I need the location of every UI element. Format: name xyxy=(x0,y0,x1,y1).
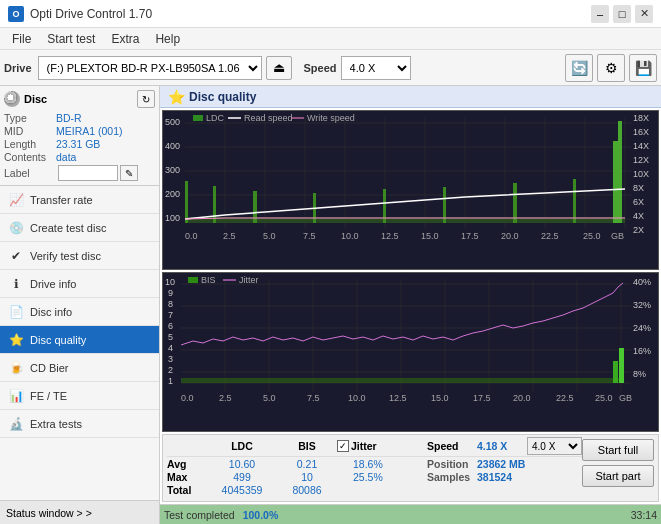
svg-text:10: 10 xyxy=(165,277,175,287)
svg-rect-37 xyxy=(513,183,517,223)
sidebar-item-extra-tests[interactable]: 🔬 Extra tests xyxy=(0,410,159,438)
type-value: BD-R xyxy=(56,112,82,124)
svg-text:GB: GB xyxy=(619,393,632,403)
disc-section-label: Disc xyxy=(24,93,47,105)
total-bis: 80086 xyxy=(277,484,337,496)
sidebar-item-verify-test-disc[interactable]: ✔ Verify test disc xyxy=(0,242,159,270)
minimize-button[interactable]: – xyxy=(591,5,609,23)
drive-info-label: Drive info xyxy=(30,278,76,290)
svg-text:10X: 10X xyxy=(633,169,649,179)
sidebar-item-transfer-rate[interactable]: 📈 Transfer rate xyxy=(0,186,159,214)
svg-text:7: 7 xyxy=(168,310,173,320)
menu-bar: File Start test Extra Help xyxy=(0,28,661,50)
maximize-button[interactable]: □ xyxy=(613,5,631,23)
sidebar-item-disc-info[interactable]: 📄 Disc info xyxy=(0,298,159,326)
toolbar: Drive (F:) PLEXTOR BD-R PX-LB950SA 1.06 … xyxy=(0,50,661,86)
transfer-rate-icon: 📈 xyxy=(8,192,24,208)
menu-extra[interactable]: Extra xyxy=(103,30,147,48)
sidebar-item-disc-quality[interactable]: ⭐ Disc quality xyxy=(0,326,159,354)
svg-text:9: 9 xyxy=(168,288,173,298)
jitter-checkbox[interactable]: ✓ xyxy=(337,440,349,452)
start-full-button[interactable]: Start full xyxy=(582,439,654,461)
contents-value: data xyxy=(56,151,76,163)
svg-text:Write speed: Write speed xyxy=(307,113,355,123)
disc-quality-header: ⭐ Disc quality xyxy=(160,86,661,108)
start-part-button[interactable]: Start part xyxy=(582,465,654,487)
svg-rect-105 xyxy=(188,277,198,283)
avg-bis: 0.21 xyxy=(277,458,337,470)
svg-rect-90 xyxy=(181,378,621,383)
svg-text:0.0: 0.0 xyxy=(181,393,194,403)
close-button[interactable]: ✕ xyxy=(635,5,653,23)
avg-label: Avg xyxy=(167,458,207,470)
stats-headers-row: LDC BIS ✓ Jitter Speed 4.18 X 4.0 X xyxy=(167,437,654,457)
svg-rect-38 xyxy=(573,179,576,223)
fe-te-label: FE / TE xyxy=(30,390,67,402)
stats-speed-header: Speed xyxy=(427,440,477,452)
stats-bis-header: BIS xyxy=(277,440,337,452)
svg-text:500: 500 xyxy=(165,117,180,127)
jitter-check-container: ✓ Jitter xyxy=(337,440,427,452)
chart1-svg: 500 400 300 200 100 18X 16X 14X 12X 10X … xyxy=(162,110,659,270)
svg-text:32%: 32% xyxy=(633,300,651,310)
sidebar-item-create-test-disc[interactable]: 💿 Create test disc xyxy=(0,214,159,242)
status-window-button[interactable]: Status window > > xyxy=(0,500,159,524)
cd-bier-label: CD Bier xyxy=(30,362,69,374)
chart2-svg: 10 9 8 7 6 5 4 3 2 1 40% 32% 24% 16% 8% xyxy=(162,272,659,432)
cd-bier-icon: 🍺 xyxy=(8,360,24,376)
svg-text:15.0: 15.0 xyxy=(421,231,439,241)
svg-text:17.5: 17.5 xyxy=(473,393,491,403)
fe-te-icon: 📊 xyxy=(8,388,24,404)
verify-test-disc-icon: ✔ xyxy=(8,248,24,264)
svg-text:3: 3 xyxy=(168,354,173,364)
contents-label: Contents xyxy=(4,151,56,163)
create-test-disc-label: Create test disc xyxy=(30,222,106,234)
transfer-rate-label: Transfer rate xyxy=(30,194,93,206)
menu-file[interactable]: File xyxy=(4,30,39,48)
samples-label: Samples xyxy=(427,471,477,483)
svg-text:Jitter: Jitter xyxy=(239,275,259,285)
position-label: Position xyxy=(427,458,477,470)
stats-row-max: Max 499 10 25.5% Samples 381524 xyxy=(167,471,654,483)
chart1-container: 500 400 300 200 100 18X 16X 14X 12X 10X … xyxy=(162,110,659,270)
stats-row-total: Total 4045359 80086 xyxy=(167,484,654,496)
extra-tests-label: Extra tests xyxy=(30,418,82,430)
progress-bar-fill xyxy=(160,505,661,524)
svg-text:14X: 14X xyxy=(633,141,649,151)
nav-items: 📈 Transfer rate 💿 Create test disc ✔ Ver… xyxy=(0,186,159,500)
svg-text:4: 4 xyxy=(168,343,173,353)
menu-help[interactable]: Help xyxy=(147,30,188,48)
action-buttons: Start full Start part xyxy=(582,439,654,487)
label-input[interactable] xyxy=(58,165,118,181)
sidebar-item-drive-info[interactable]: ℹ Drive info xyxy=(0,270,159,298)
eject-button[interactable]: ⏏ xyxy=(266,56,292,80)
sidebar-item-cd-bier[interactable]: 🍺 CD Bier xyxy=(0,354,159,382)
sidebar: Disc ↻ Type BD-R MID MEIRA1 (001) Length… xyxy=(0,86,160,524)
svg-text:8: 8 xyxy=(168,299,173,309)
content-area: ⭐ Disc quality 500 400 300 200 100 18X 1… xyxy=(160,86,661,524)
stats-speed-select[interactable]: 4.0 X xyxy=(527,437,582,455)
settings-button[interactable]: ⚙ xyxy=(597,54,625,82)
svg-rect-40 xyxy=(618,121,622,223)
disc-refresh-button[interactable]: ↻ xyxy=(137,90,155,108)
save-button[interactable]: 💾 xyxy=(629,54,657,82)
disc-fields: Type BD-R MID MEIRA1 (001) Length 23.31 … xyxy=(4,112,155,181)
refresh-button[interactable]: 🔄 xyxy=(565,54,593,82)
svg-text:12.5: 12.5 xyxy=(381,231,399,241)
status-window-label: Status window > > xyxy=(6,507,92,519)
menu-start-test[interactable]: Start test xyxy=(39,30,103,48)
speed-select[interactable]: 4.0 X xyxy=(341,56,411,80)
stats-data: Avg 10.60 0.21 18.6% Position 23862 MB M… xyxy=(167,458,654,496)
sidebar-item-fe-te[interactable]: 📊 FE / TE xyxy=(0,382,159,410)
svg-text:2.5: 2.5 xyxy=(223,231,236,241)
drive-select[interactable]: (F:) PLEXTOR BD-R PX-LB950SA 1.06 xyxy=(38,56,262,80)
drive-info-icon: ℹ xyxy=(8,276,24,292)
svg-rect-39 xyxy=(613,141,618,223)
label-save-button[interactable]: ✎ xyxy=(120,165,138,181)
svg-text:17.5: 17.5 xyxy=(461,231,479,241)
svg-text:7.5: 7.5 xyxy=(303,231,316,241)
svg-text:10.0: 10.0 xyxy=(348,393,366,403)
create-test-disc-icon: 💿 xyxy=(8,220,24,236)
svg-text:10.0: 10.0 xyxy=(341,231,359,241)
svg-text:40%: 40% xyxy=(633,277,651,287)
